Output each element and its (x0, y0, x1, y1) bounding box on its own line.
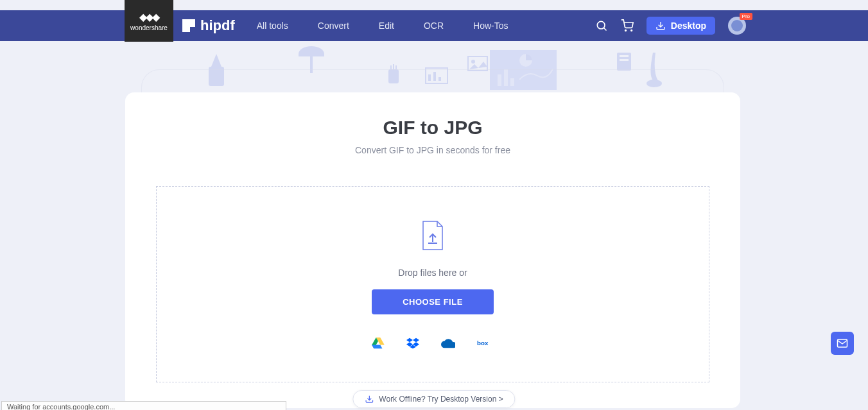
offline-cta-text: Work Offline? Try Desktop Version > (379, 395, 503, 404)
pro-badge: Pro (740, 13, 752, 20)
file-dropzone[interactable]: Drop files here or CHOOSE FILE box (156, 186, 709, 382)
svg-rect-23 (620, 55, 629, 57)
choose-file-button[interactable]: CHOOSE FILE (372, 289, 494, 314)
cart-icon[interactable] (621, 19, 634, 32)
svg-line-1 (604, 28, 607, 31)
google-drive-icon[interactable] (372, 337, 385, 349)
nav-howtos[interactable]: How-Tos (473, 21, 508, 31)
svg-text:box: box (477, 339, 489, 346)
svg-rect-24 (620, 59, 629, 61)
svg-point-3 (631, 30, 632, 31)
decorative-curve (141, 69, 724, 95)
converter-card: GIF to JPG Convert GIF to JPG in seconds… (125, 92, 740, 408)
mail-icon (837, 337, 848, 349)
download-icon (655, 21, 666, 31)
user-avatar[interactable]: Pro (728, 17, 746, 35)
hipdf-text: hipdf (200, 17, 235, 34)
onedrive-icon[interactable] (441, 338, 455, 348)
browser-status-bar: Waiting for accounts.google.com... (1, 401, 286, 410)
feedback-button[interactable] (831, 332, 854, 355)
desktop-label: Desktop (671, 21, 706, 31)
nav-edit[interactable]: Edit (379, 21, 394, 31)
box-icon[interactable]: box (477, 339, 494, 348)
page-subtitle: Convert GIF to JPG in seconds for free (156, 145, 709, 155)
hipdf-logo[interactable]: hipdf (182, 17, 235, 34)
nav-ocr[interactable]: OCR (424, 21, 444, 31)
upload-file-icon (421, 220, 445, 253)
drop-hint-text: Drop files here or (398, 268, 467, 278)
svg-point-0 (597, 21, 605, 29)
offline-cta-pill[interactable]: Work Offline? Try Desktop Version > (352, 390, 515, 408)
nav-all-tools[interactable]: All tools (257, 21, 288, 31)
dropbox-icon[interactable] (406, 337, 419, 349)
download-small-icon (365, 395, 374, 404)
wondershare-logo[interactable]: ◆◆◆ wondershare (125, 0, 173, 42)
desktop-button[interactable]: Desktop (647, 17, 715, 35)
wondershare-text: wondershare (130, 24, 168, 31)
nav-convert[interactable]: Convert (318, 21, 349, 31)
svg-point-16 (471, 60, 475, 64)
search-icon[interactable] (595, 19, 608, 32)
svg-point-2 (625, 30, 626, 31)
wondershare-mark-icon: ◆◆◆ (139, 11, 159, 23)
page-title: GIF to JPG (156, 117, 709, 139)
hipdf-mark-icon (182, 19, 195, 32)
